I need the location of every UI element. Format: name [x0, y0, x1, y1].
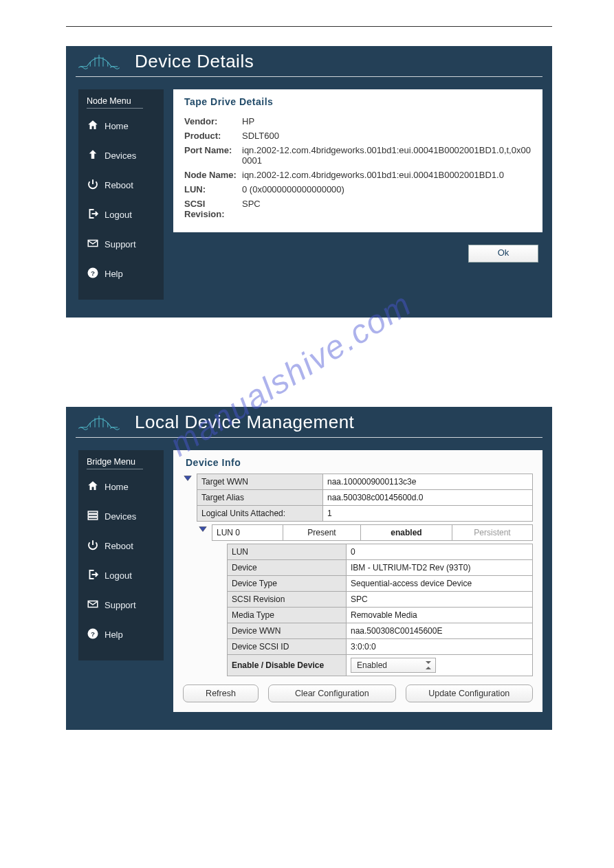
portname-value: iqn.2002-12.com.4bridgeworks.001bd1:eui.… — [242, 145, 531, 166]
scsirevision-value: SPC — [242, 199, 531, 219]
envelope-icon — [87, 237, 99, 252]
device-details-panel: Device Details Node Menu Home Devices Re… — [66, 46, 552, 318]
scsirev-k: SCSI Revision — [228, 592, 347, 608]
vendor-value: HP — [242, 116, 531, 126]
power-icon — [87, 178, 99, 192]
sidebar-item-label: Reboot — [105, 180, 133, 190]
devicewwn-k: Device WWN — [228, 623, 347, 639]
enable-disable-select[interactable]: Enabled — [351, 658, 436, 673]
target-table: Target WWNnaa.1000009000113c3e Target Al… — [197, 474, 533, 522]
svg-marker-9 — [184, 476, 192, 481]
target-wwn-value: naa.1000009000113c3e — [323, 474, 533, 490]
target-alias-label: Target Alias — [197, 490, 323, 506]
home-icon — [87, 480, 99, 494]
vendor-label: Vendor: — [184, 116, 238, 126]
lun-label: LUN: — [184, 184, 238, 194]
sidebar-item-devices[interactable]: Devices — [78, 141, 164, 170]
sidebar-item-support[interactable]: Support — [78, 590, 164, 620]
lun-header-present: Present — [283, 525, 361, 541]
mediatype-v: Removable Media — [347, 608, 533, 623]
sidebar-item-label: Support — [105, 600, 136, 610]
device-info-card: Device Info Target WWNnaa.1000009000113c… — [173, 450, 542, 712]
collapse-toggle-icon[interactable] — [198, 524, 208, 537]
lun-header-lun: LUN 0 — [212, 525, 283, 541]
sidebar-item-home[interactable]: Home — [78, 472, 164, 502]
update-configuration-button[interactable]: Update Configuration — [406, 685, 534, 702]
target-alias-value: naa.500308c00145600d.0 — [323, 490, 533, 506]
panel-header: Local Device Management — [66, 407, 552, 437]
svg-rect-5 — [88, 518, 98, 520]
sidebar-item-label: Devices — [105, 151, 136, 161]
sidebar-title: Bridge Menu — [87, 457, 143, 469]
sidebar-item-label: Home — [105, 121, 129, 131]
envelope-icon — [87, 598, 99, 612]
sidebar-item-label: Help — [105, 630, 123, 640]
bridge-logo-icon — [78, 411, 120, 437]
sidebar-item-home[interactable]: Home — [78, 111, 164, 141]
help-icon: ? — [87, 267, 99, 281]
devicewwn-v: naa.500308C00145600E — [347, 623, 533, 639]
svg-text:?: ? — [91, 269, 95, 277]
product-value: SDLT600 — [242, 131, 531, 141]
card-title: Device Info — [186, 457, 533, 468]
target-wwn-label: Target WWN — [197, 474, 323, 490]
logical-units-value: 1 — [323, 506, 533, 522]
devicescsiid-v: 3:0:0:0 — [347, 639, 533, 655]
sidebar-item-help[interactable]: ? Help — [78, 259, 164, 289]
nodename-value: iqn.2002-12.com.4bridgeworks.001bd1:eui.… — [242, 170, 531, 180]
scsirev-v: SPC — [347, 592, 533, 608]
device-k: Device — [228, 560, 347, 576]
svg-rect-3 — [88, 511, 98, 513]
svg-rect-4 — [88, 515, 98, 517]
lun-v: 0 — [347, 544, 533, 560]
enabledisable-k: Enable / Disable Device — [228, 655, 347, 676]
sidebar-item-reboot[interactable]: Reboot — [78, 531, 164, 561]
clear-configuration-button[interactable]: Clear Configuration — [268, 685, 396, 702]
power-icon — [87, 539, 99, 553]
local-device-management-panel: Local Device Management Bridge Menu Home… — [66, 407, 552, 730]
ok-button[interactable]: Ok — [468, 245, 538, 263]
sidebar-item-label: Reboot — [105, 541, 133, 551]
sidebar-item-logout[interactable]: Logout — [78, 561, 164, 590]
devicetype-k: Device Type — [228, 576, 347, 592]
collapse-toggle-icon[interactable] — [183, 474, 193, 486]
svg-text:?: ? — [91, 630, 95, 638]
portname-label: Port Name: — [184, 145, 238, 166]
bridge-menu-sidebar: Bridge Menu Home Devices Reboot Logout — [78, 450, 164, 660]
logout-icon — [87, 208, 99, 222]
home-icon — [87, 119, 99, 133]
lun-header: LUN 0 Present enabled Persistent — [212, 524, 533, 541]
sidebar-item-reboot[interactable]: Reboot — [78, 170, 164, 200]
devicescsiid-k: Device SCSI ID — [228, 639, 347, 655]
sidebar-item-label: Help — [105, 269, 123, 279]
help-icon: ? — [87, 627, 99, 642]
node-menu-sidebar: Node Menu Home Devices Reboot Logout — [78, 89, 164, 300]
nodename-label: Node Name: — [184, 170, 238, 180]
arrow-up-icon — [87, 148, 99, 163]
sidebar-title: Node Menu — [87, 96, 143, 109]
lun-value: 0 (0x0000000000000000) — [242, 184, 531, 194]
lun-header-enabled: enabled — [361, 525, 452, 541]
panel-header: Device Details — [66, 46, 552, 76]
sidebar-item-support[interactable]: Support — [78, 230, 164, 259]
mediatype-k: Media Type — [228, 608, 347, 623]
svg-marker-10 — [199, 527, 207, 532]
tape-drive-details-card: Tape Drive Details Vendor:HP Product:SDL… — [173, 89, 542, 232]
scsirevision-label: SCSI Revision: — [184, 199, 238, 219]
sidebar-item-label: Logout — [105, 570, 132, 581]
page-rule — [66, 26, 552, 27]
sidebar-item-label: Logout — [105, 210, 132, 220]
logical-units-label: Logical Units Attached: — [197, 506, 323, 522]
lun-header-persistent: Persistent — [452, 525, 533, 541]
sidebar-item-logout[interactable]: Logout — [78, 200, 164, 230]
refresh-button[interactable]: Refresh — [183, 685, 259, 702]
sidebar-item-label: Devices — [105, 511, 136, 522]
lun-k: LUN — [228, 544, 347, 560]
sidebar-item-devices[interactable]: Devices — [78, 502, 164, 531]
logout-icon — [87, 568, 99, 583]
sidebar-item-help[interactable]: ? Help — [78, 620, 164, 649]
device-v: IBM - ULTRIUM-TD2 Rev (93T0) — [347, 560, 533, 576]
product-label: Product: — [184, 131, 238, 141]
lun-detail-table: LUN0 DeviceIBM - ULTRIUM-TD2 Rev (93T0) … — [227, 544, 533, 676]
sidebar-item-label: Support — [105, 239, 136, 249]
